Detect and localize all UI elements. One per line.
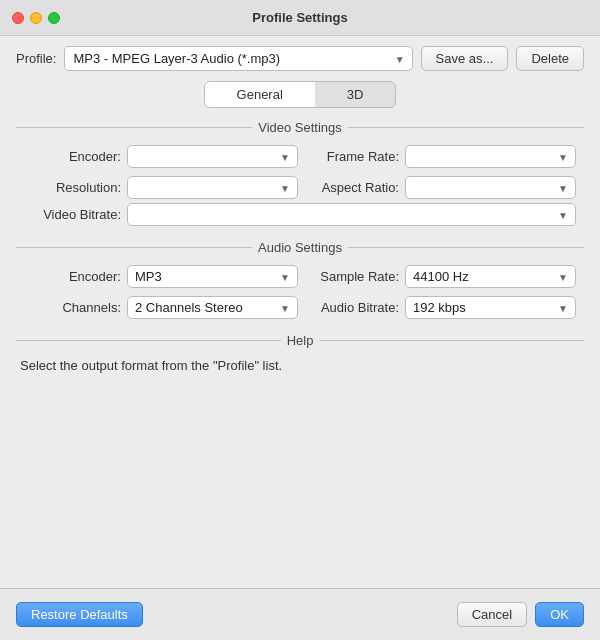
encoder-row: Encoder: ▼ bbox=[36, 145, 298, 168]
minimize-button[interactable] bbox=[30, 12, 42, 24]
video-bitrate-label: Video Bitrate: bbox=[36, 207, 121, 222]
aspect-ratio-select[interactable] bbox=[405, 176, 576, 199]
audio-encoder-label: Encoder: bbox=[36, 269, 121, 284]
frame-rate-row: Frame Rate: ▼ bbox=[314, 145, 576, 168]
tab-3d[interactable]: 3D bbox=[315, 82, 396, 107]
profile-select-wrapper: MP3 - MPEG Layer-3 Audio (*.mp3) ▼ bbox=[64, 46, 412, 71]
ok-button[interactable]: OK bbox=[535, 602, 584, 627]
help-line-left bbox=[16, 340, 281, 341]
channels-label: Channels: bbox=[36, 300, 121, 315]
channels-select[interactable]: 2 Channels Stereo bbox=[127, 296, 298, 319]
audio-settings-section: Audio Settings Encoder: MP3 ▼ Sample Rat… bbox=[16, 240, 584, 319]
encoder-label: Encoder: bbox=[36, 149, 121, 164]
audio-encoder-select-wrapper: MP3 ▼ bbox=[127, 265, 298, 288]
video-bitrate-select-wrapper: ▼ bbox=[127, 203, 576, 226]
cancel-button[interactable]: Cancel bbox=[457, 602, 527, 627]
channels-row: Channels: 2 Channels Stereo ▼ bbox=[36, 296, 298, 319]
help-line-right bbox=[319, 340, 584, 341]
close-button[interactable] bbox=[12, 12, 24, 24]
profile-select[interactable]: MP3 - MPEG Layer-3 Audio (*.mp3) bbox=[64, 46, 412, 71]
resolution-select-wrapper: ▼ bbox=[127, 176, 298, 199]
audio-encoder-row: Encoder: MP3 ▼ bbox=[36, 265, 298, 288]
video-settings-header: Video Settings bbox=[16, 120, 584, 135]
resolution-row: Resolution: ▼ bbox=[36, 176, 298, 199]
audio-bitrate-label: Audio Bitrate: bbox=[314, 300, 399, 315]
aspect-ratio-row: Aspect Ratio: ▼ bbox=[314, 176, 576, 199]
main-content: Profile: MP3 - MPEG Layer-3 Audio (*.mp3… bbox=[0, 36, 600, 393]
save-as-button[interactable]: Save as... bbox=[421, 46, 509, 71]
tab-general[interactable]: General bbox=[205, 82, 315, 107]
profile-row: Profile: MP3 - MPEG Layer-3 Audio (*.mp3… bbox=[16, 46, 584, 71]
restore-defaults-button[interactable]: Restore Defaults bbox=[16, 602, 143, 627]
delete-button[interactable]: Delete bbox=[516, 46, 584, 71]
frame-rate-select[interactable] bbox=[405, 145, 576, 168]
resolution-label: Resolution: bbox=[36, 180, 121, 195]
tabs-row: General 3D bbox=[16, 81, 584, 108]
audio-settings-header: Audio Settings bbox=[16, 240, 584, 255]
title-bar: Profile Settings bbox=[0, 0, 600, 36]
sample-rate-select-wrapper: 44100 Hz ▼ bbox=[405, 265, 576, 288]
bottom-right-buttons: Cancel OK bbox=[457, 602, 584, 627]
maximize-button[interactable] bbox=[48, 12, 60, 24]
audio-encoder-select[interactable]: MP3 bbox=[127, 265, 298, 288]
video-bitrate-row: Video Bitrate: ▼ bbox=[16, 203, 584, 226]
video-settings-title: Video Settings bbox=[258, 120, 342, 135]
audio-settings-title: Audio Settings bbox=[258, 240, 342, 255]
channels-select-wrapper: 2 Channels Stereo ▼ bbox=[127, 296, 298, 319]
sample-rate-select[interactable]: 44100 Hz bbox=[405, 265, 576, 288]
video-settings-section: Video Settings Encoder: ▼ Frame Rate: bbox=[16, 120, 584, 226]
help-title: Help bbox=[287, 333, 314, 348]
audio-settings-line-right bbox=[348, 247, 584, 248]
help-header: Help bbox=[16, 333, 584, 348]
bottom-bar: Restore Defaults Cancel OK bbox=[0, 588, 600, 640]
profile-label: Profile: bbox=[16, 51, 56, 66]
aspect-ratio-label: Aspect Ratio: bbox=[314, 180, 399, 195]
video-settings-grid: Encoder: ▼ Frame Rate: ▼ bbox=[16, 145, 584, 199]
window-title: Profile Settings bbox=[252, 10, 347, 25]
video-settings-line-left bbox=[16, 127, 252, 128]
sample-rate-row: Sample Rate: 44100 Hz ▼ bbox=[314, 265, 576, 288]
encoder-select-wrapper: ▼ bbox=[127, 145, 298, 168]
video-bitrate-select[interactable] bbox=[127, 203, 576, 226]
help-section: Help Select the output format from the "… bbox=[16, 333, 584, 373]
audio-bitrate-row: Audio Bitrate: 192 kbps ▼ bbox=[314, 296, 576, 319]
frame-rate-label: Frame Rate: bbox=[314, 149, 399, 164]
audio-bitrate-select[interactable]: 192 kbps bbox=[405, 296, 576, 319]
audio-settings-line-left bbox=[16, 247, 252, 248]
audio-settings-grid: Encoder: MP3 ▼ Sample Rate: 44100 Hz ▼ bbox=[16, 265, 584, 319]
resolution-select[interactable] bbox=[127, 176, 298, 199]
tab-container: General 3D bbox=[204, 81, 397, 108]
help-text: Select the output format from the "Profi… bbox=[16, 358, 584, 373]
sample-rate-label: Sample Rate: bbox=[314, 269, 399, 284]
frame-rate-select-wrapper: ▼ bbox=[405, 145, 576, 168]
encoder-select[interactable] bbox=[127, 145, 298, 168]
video-settings-line-right bbox=[348, 127, 584, 128]
aspect-ratio-select-wrapper: ▼ bbox=[405, 176, 576, 199]
traffic-lights bbox=[12, 12, 60, 24]
audio-bitrate-select-wrapper: 192 kbps ▼ bbox=[405, 296, 576, 319]
